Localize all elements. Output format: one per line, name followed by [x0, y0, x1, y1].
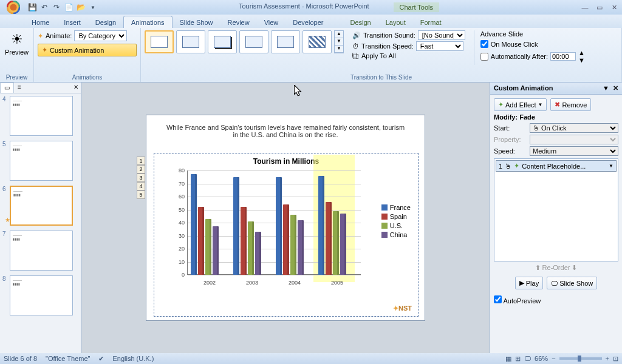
bar [298, 220, 304, 275]
bar [191, 174, 197, 275]
bar [198, 207, 204, 275]
outline-tab[interactable]: ≡ [14, 83, 25, 93]
anim-tag[interactable]: 1 [137, 157, 145, 165]
close-panel-icon[interactable]: ✕ [71, 83, 81, 93]
save-icon[interactable]: 💾 [27, 2, 38, 13]
bar [241, 207, 247, 275]
qat-more-icon[interactable]: ▼ [87, 2, 98, 13]
effect-number: 1 [499, 163, 502, 170]
slide-thumb[interactable]: 6★———▮▮▮▮ [2, 186, 78, 226]
speed-label: Speed: [494, 147, 528, 155]
add-effect-button[interactable]: ✦Add Effect ▼ [494, 98, 547, 111]
apply-to-all-button[interactable]: ⿻Apply To All [352, 52, 465, 59]
bar [340, 214, 346, 275]
remove-button[interactable]: ✖Remove [550, 98, 591, 111]
preview-icon: ☀ [11, 32, 23, 47]
auto-after-checkbox[interactable] [480, 53, 488, 61]
animate-dropdown[interactable]: By Category [74, 30, 127, 41]
reorder-down-icon[interactable]: ⬇ [572, 264, 577, 271]
transition-thumb[interactable] [271, 30, 300, 53]
spellcheck-icon[interactable]: ✔ [98, 355, 104, 363]
property-dropdown [530, 135, 618, 144]
bar [213, 226, 219, 275]
language-indicator[interactable]: English (U.K.) [112, 355, 154, 362]
autopreview-checkbox[interactable] [494, 295, 502, 303]
transition-thumb[interactable] [302, 30, 332, 53]
tab-insert[interactable]: Insert [56, 16, 88, 28]
redo-icon[interactable]: ↷ [51, 2, 62, 13]
play-button[interactable]: ▶Play [515, 277, 543, 289]
zoom-in-icon[interactable]: + [606, 355, 609, 362]
spinner-down[interactable]: ▼ [578, 56, 585, 64]
slide-thumb[interactable]: 8———▮▮▮▮ [2, 275, 78, 315]
transition-thumb[interactable] [239, 30, 268, 53]
bar [333, 211, 339, 275]
chart-placeholder[interactable]: Tourism in Millions 01020304050607080200… [154, 153, 419, 317]
custom-animation-button[interactable]: ✦ Custom Animation [38, 44, 137, 56]
speed-icon: ⏱ [352, 42, 359, 50]
transition-speed-label: Transition Speed: [361, 42, 414, 50]
auto-after-input[interactable] [550, 52, 576, 61]
main-area: ▭ ≡ ✕ 4———▮▮▮▮5———▮▮▮▮6★———▮▮▮▮7———▮▮▮▮8… [0, 83, 622, 353]
tab-developer[interactable]: Developer [285, 16, 330, 28]
restore-button[interactable]: ▭ [594, 4, 605, 12]
anim-tag[interactable]: 2 [137, 165, 145, 174]
slide-canvas[interactable]: While France and Spain's tourism levels … [146, 115, 425, 321]
gallery-scroll[interactable]: ▲▼▾ [334, 30, 344, 53]
zoom-out-icon[interactable]: − [552, 355, 555, 362]
tab-chart-design[interactable]: Design [343, 16, 378, 28]
slides-tab[interactable]: ▭ [0, 83, 14, 93]
undo-icon[interactable]: ↶ [39, 2, 50, 13]
fit-icon[interactable]: ⊡ [613, 355, 618, 363]
slide-thumb[interactable]: 5———▮▮▮▮ [2, 141, 78, 181]
slideshow-button[interactable]: 🖵Slide Show [547, 277, 597, 289]
anim-tag[interactable]: 3 [137, 174, 145, 182]
minimize-button[interactable]: — [579, 4, 590, 12]
pane-dropdown-icon[interactable]: ▼ [603, 84, 609, 92]
tab-review[interactable]: Review [220, 16, 257, 28]
open-icon[interactable]: 📂 [75, 2, 86, 13]
star-icon: ✦ [38, 32, 43, 40]
normal-view-icon[interactable]: ▦ [505, 355, 511, 363]
slide-thumb[interactable]: 4———▮▮▮▮ [2, 96, 78, 136]
animation-tags: 12345 [137, 157, 145, 199]
spinner-up[interactable]: ▲ [578, 49, 585, 56]
effect-list[interactable]: 1 🖱 ✦ Content Placeholde... ▼ [494, 158, 618, 261]
transition-gallery: ▲▼▾ [145, 30, 344, 53]
tab-home[interactable]: Home [24, 16, 56, 28]
tab-chart-layout[interactable]: Layout [378, 16, 413, 28]
tab-view[interactable]: View [257, 16, 286, 28]
tab-animations[interactable]: Animations [123, 16, 172, 28]
transition-sound-dropdown[interactable]: [No Sound] [418, 30, 465, 40]
anim-tag[interactable]: 5 [137, 190, 145, 199]
transition-speed-dropdown[interactable]: Fast [416, 41, 463, 51]
slide-editor[interactable]: While France and Spain's tourism levels … [81, 83, 490, 353]
tab-design[interactable]: Design [88, 16, 123, 28]
close-button[interactable]: ✕ [609, 4, 620, 12]
tab-slideshow[interactable]: Slide Show [173, 16, 220, 28]
start-dropdown[interactable]: 🖱 On Click [530, 123, 618, 133]
property-label: Property: [494, 136, 528, 143]
auto-after-label: Automatically After: [491, 53, 548, 60]
transition-thumb[interactable] [176, 30, 205, 53]
slideshow-view-icon[interactable]: 🖵 [524, 355, 531, 362]
transition-none[interactable] [145, 30, 174, 53]
pane-close-icon[interactable]: ✕ [613, 84, 618, 92]
reorder-up-icon[interactable]: ⬆ [535, 264, 541, 271]
zoom-slider[interactable] [559, 357, 602, 360]
window-title: Tourism Assessment - Microsoft PowerPoin… [239, 2, 369, 12]
anim-tag[interactable]: 4 [137, 182, 145, 190]
speed-dropdown[interactable]: Medium [530, 146, 618, 156]
slide-thumb[interactable]: 7———▮▮▮▮ [2, 231, 78, 271]
new-icon[interactable]: 📄 [63, 2, 74, 13]
window-controls: — ▭ ✕ [579, 4, 620, 12]
effect-item[interactable]: 1 🖱 ✦ Content Placeholde... ▼ [496, 160, 617, 172]
sorter-view-icon[interactable]: ⊞ [515, 355, 521, 363]
chart-area: 010203040506070802002200320042005 [173, 170, 361, 286]
transition-thumb[interactable] [208, 30, 237, 53]
tab-chart-format[interactable]: Format [413, 16, 449, 28]
on-mouse-click-checkbox[interactable] [480, 40, 488, 48]
office-button[interactable] [2, 0, 24, 15]
chevron-down-icon[interactable]: ▼ [609, 163, 613, 169]
preview-button[interactable]: ☀ Preview [4, 30, 30, 57]
